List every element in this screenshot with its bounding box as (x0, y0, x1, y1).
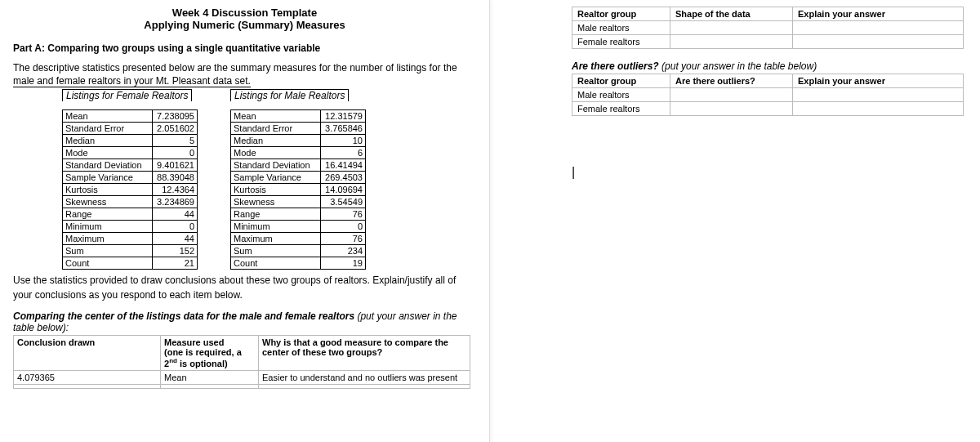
table-row: Standard Error3.765846 (231, 123, 366, 135)
compare-h1: Conclusion drawn (14, 336, 161, 371)
female-stats-table: Mean7.238095 Standard Error2.051602 Medi… (62, 109, 198, 270)
conclusion-cell[interactable] (14, 384, 161, 388)
shape-explain-cell[interactable] (793, 21, 964, 35)
outlier-answer-cell[interactable] (670, 102, 793, 116)
outlier-table: Realtor group Are there outliers? Explai… (572, 74, 964, 116)
shape-h1: Realtor group (572, 7, 670, 21)
table-row: Sum152 (63, 245, 198, 257)
shape-h2: Shape of the data (670, 7, 793, 21)
male-stats-table: Mean12.31579 Standard Error3.765846 Medi… (230, 109, 366, 270)
compare-center-table: Conclusion drawn Measure used (one is re… (13, 335, 470, 389)
compare-h2: Measure used (one is required, a 2nd is … (161, 336, 259, 371)
why-cell[interactable] (259, 384, 470, 388)
outlier-h1: Realtor group (572, 74, 670, 88)
outlier-answer-cell[interactable] (670, 88, 793, 102)
compare-heading: Comparing the center of the listings dat… (13, 310, 476, 333)
table-row: Realtor group Are there outliers? Explai… (572, 74, 964, 88)
table-row: Mean7.238095 (63, 110, 198, 123)
table-row: Minimum0 (63, 221, 198, 233)
table-row: Median5 (63, 135, 198, 147)
table-row: Skewness3.234869 (63, 196, 198, 208)
table-row: Maximum76 (231, 233, 366, 245)
outlier-explain-cell[interactable] (793, 88, 964, 102)
table-row: Standard Error2.051602 (63, 123, 198, 135)
table-row: Conclusion drawn Measure used (one is re… (14, 336, 470, 371)
male-stats-block: Listings for Male Realtors Mean12.31579 … (230, 89, 366, 270)
table-row: Range76 (231, 208, 366, 221)
shape-group-female: Female realtors (572, 35, 670, 49)
intro-line-1: The descriptive statistics presented bel… (13, 62, 476, 74)
measure-cell[interactable] (161, 384, 259, 388)
shape-group-male: Male realtors (572, 21, 670, 35)
table-row: Mode6 (231, 147, 366, 159)
shape-answer-cell[interactable] (670, 35, 793, 49)
shape-answer-cell[interactable] (670, 21, 793, 35)
outlier-question: Are there outliers? (put your answer in … (572, 60, 967, 72)
intro-line-2: male and female realtors in your Mt. Ple… (13, 75, 476, 87)
table-row (14, 384, 470, 388)
doc-title: Week 4 Discussion Template (13, 7, 476, 19)
table-row: Female realtors (572, 35, 964, 49)
outlier-explain-cell[interactable] (793, 102, 964, 116)
table-row: Mode0 (63, 147, 198, 159)
doc-subtitle: Applying Numeric (Summary) Measures (13, 19, 476, 31)
outlier-h3: Explain your answer (793, 74, 964, 88)
table-row: Median10 (231, 135, 366, 147)
table-row: Standard Deviation16.41494 (231, 159, 366, 172)
table-row: Realtor group Shape of the data Explain … (572, 7, 964, 21)
table-row: 4.079365 Mean Easier to understand and n… (14, 370, 470, 384)
table-row: Female realtors (572, 102, 964, 116)
table-row: Kurtosis12.4364 (63, 184, 198, 196)
outlier-group-female: Female realtors (572, 102, 670, 116)
shape-explain-cell[interactable] (793, 35, 964, 49)
shape-table: Realtor group Shape of the data Explain … (572, 7, 964, 49)
male-stats-header: Listings for Male Realtors (230, 89, 349, 101)
compare-h3: Why is that a good measure to compare th… (259, 336, 470, 371)
measure-cell[interactable]: Mean (161, 370, 259, 384)
table-row: Count21 (63, 257, 198, 270)
page-right: Realtor group Shape of the data Explain … (490, 0, 980, 442)
part-a-heading: Part A: Comparing two groups using a sin… (13, 42, 476, 54)
table-row: Sample Variance269.4503 (231, 172, 366, 184)
table-row: Count19 (231, 257, 366, 270)
follow-text-2: your conclusions as you respond to each … (13, 289, 476, 301)
table-row: Skewness3.54549 (231, 196, 366, 208)
table-row: Mean12.31579 (231, 110, 366, 123)
outlier-group-male: Male realtors (572, 88, 670, 102)
table-row: Sample Variance88.39048 (63, 172, 198, 184)
page-left: Week 4 Discussion Template Applying Nume… (0, 0, 490, 442)
table-row: Kurtosis14.09694 (231, 184, 366, 196)
stats-container: Listings for Female Realtors Mean7.23809… (62, 89, 476, 270)
table-row: Range44 (63, 208, 198, 221)
table-row: Maximum44 (63, 233, 198, 245)
outlier-h2: Are there outliers? (670, 74, 793, 88)
table-row: Male realtors (572, 21, 964, 35)
shape-h3: Explain your answer (793, 7, 964, 21)
table-row: Standard Deviation9.401621 (63, 159, 198, 172)
table-row: Male realtors (572, 88, 964, 102)
why-cell[interactable]: Easier to understand and no outliers was… (259, 370, 470, 384)
text-cursor[interactable]: | (572, 165, 967, 180)
table-row: Sum234 (231, 245, 366, 257)
follow-text-1: Use the statistics provided to draw conc… (13, 275, 476, 286)
table-row: Minimum0 (231, 221, 366, 233)
female-stats-header: Listings for Female Realtors (62, 89, 192, 101)
conclusion-cell[interactable]: 4.079365 (14, 370, 161, 384)
female-stats-block: Listings for Female Realtors Mean7.23809… (62, 89, 198, 270)
